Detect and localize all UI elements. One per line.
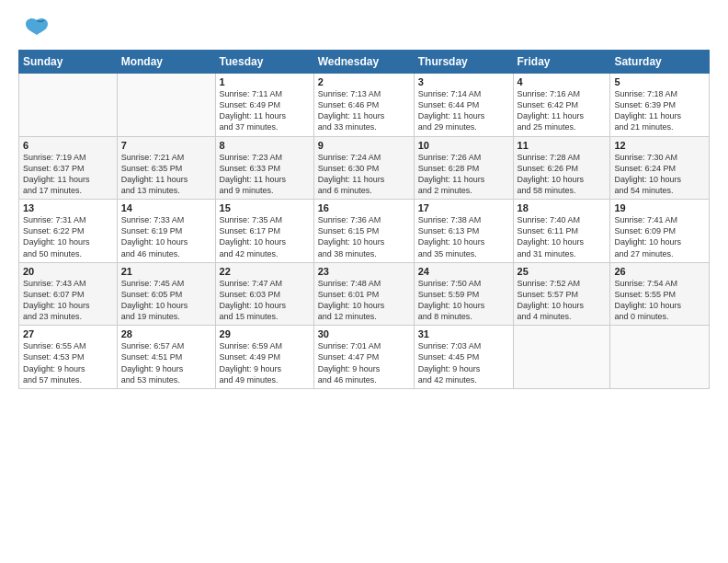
day-number: 4 — [518, 76, 607, 87]
day-detail: Sunrise: 7:40 AM Sunset: 6:11 PM Dayligh… — [518, 214, 607, 259]
day-cell: 9Sunrise: 7:24 AM Sunset: 6:30 PM Daylig… — [313, 136, 414, 200]
day-cell: 16Sunrise: 7:36 AM Sunset: 6:15 PM Dayli… — [313, 200, 414, 263]
day-detail: Sunrise: 7:45 AM Sunset: 6:05 PM Dayligh… — [121, 278, 211, 323]
day-detail: Sunrise: 7:30 AM Sunset: 6:24 PM Dayligh… — [614, 152, 705, 197]
day-number: 28 — [121, 328, 211, 339]
day-detail: Sunrise: 7:26 AM Sunset: 6:28 PM Dayligh… — [418, 152, 509, 197]
day-detail: Sunrise: 7:52 AM Sunset: 5:57 PM Dayligh… — [518, 278, 607, 323]
day-cell: 29Sunrise: 6:59 AM Sunset: 4:49 PM Dayli… — [215, 326, 313, 389]
day-number: 8 — [220, 140, 310, 151]
day-detail: Sunrise: 6:57 AM Sunset: 4:51 PM Dayligh… — [121, 340, 211, 385]
day-detail: Sunrise: 7:41 AM Sunset: 6:09 PM Dayligh… — [614, 214, 705, 259]
page: SundayMondayTuesdayWednesdayThursdayFrid… — [0, 0, 728, 398]
day-cell: 4Sunrise: 7:16 AM Sunset: 6:42 PM Daylig… — [513, 74, 610, 137]
day-detail: Sunrise: 7:19 AM Sunset: 6:37 PM Dayligh… — [23, 152, 113, 197]
day-detail: Sunrise: 7:24 AM Sunset: 6:30 PM Dayligh… — [318, 152, 410, 197]
day-detail: Sunrise: 7:23 AM Sunset: 6:33 PM Dayligh… — [220, 152, 310, 197]
week-row-3: 13Sunrise: 7:31 AM Sunset: 6:22 PM Dayli… — [19, 200, 710, 263]
day-cell: 3Sunrise: 7:14 AM Sunset: 6:44 PM Daylig… — [414, 74, 513, 137]
weekday-header-wednesday: Wednesday — [313, 51, 414, 74]
day-cell: 19Sunrise: 7:41 AM Sunset: 6:09 PM Dayli… — [610, 200, 710, 263]
day-cell: 10Sunrise: 7:26 AM Sunset: 6:28 PM Dayli… — [414, 136, 513, 200]
day-cell: 5Sunrise: 7:18 AM Sunset: 6:39 PM Daylig… — [610, 74, 710, 137]
weekday-header-thursday: Thursday — [414, 51, 513, 74]
header — [18, 15, 710, 44]
weekday-header-saturday: Saturday — [610, 51, 710, 74]
day-cell — [117, 74, 215, 137]
day-detail: Sunrise: 7:48 AM Sunset: 6:01 PM Dayligh… — [318, 278, 410, 323]
day-number: 30 — [318, 328, 410, 339]
week-row-1: 1Sunrise: 7:11 AM Sunset: 6:49 PM Daylig… — [19, 74, 710, 137]
day-cell: 15Sunrise: 7:35 AM Sunset: 6:17 PM Dayli… — [215, 200, 313, 263]
day-cell: 30Sunrise: 7:01 AM Sunset: 4:47 PM Dayli… — [313, 326, 414, 389]
day-number: 12 — [614, 140, 705, 151]
day-number: 25 — [518, 266, 607, 277]
day-cell: 18Sunrise: 7:40 AM Sunset: 6:11 PM Dayli… — [513, 200, 610, 263]
day-detail: Sunrise: 7:36 AM Sunset: 6:15 PM Dayligh… — [318, 214, 410, 259]
weekday-header-row: SundayMondayTuesdayWednesdayThursdayFrid… — [19, 51, 710, 74]
day-number: 11 — [518, 140, 607, 151]
day-cell: 26Sunrise: 7:54 AM Sunset: 5:55 PM Dayli… — [610, 262, 710, 326]
day-detail: Sunrise: 6:55 AM Sunset: 4:53 PM Dayligh… — [23, 340, 113, 385]
day-cell: 1Sunrise: 7:11 AM Sunset: 6:49 PM Daylig… — [215, 74, 313, 137]
day-number: 13 — [23, 202, 113, 213]
day-detail: Sunrise: 7:11 AM Sunset: 6:49 PM Dayligh… — [220, 88, 310, 133]
day-number: 2 — [318, 76, 410, 87]
day-number: 9 — [318, 140, 410, 151]
day-cell: 8Sunrise: 7:23 AM Sunset: 6:33 PM Daylig… — [215, 136, 313, 200]
day-cell: 27Sunrise: 6:55 AM Sunset: 4:53 PM Dayli… — [19, 326, 118, 389]
day-cell — [19, 74, 118, 137]
day-cell — [513, 326, 610, 389]
day-detail: Sunrise: 7:01 AM Sunset: 4:47 PM Dayligh… — [318, 340, 410, 385]
day-detail: Sunrise: 7:14 AM Sunset: 6:44 PM Dayligh… — [418, 88, 509, 133]
logo-bird-icon — [24, 15, 50, 44]
day-detail: Sunrise: 7:35 AM Sunset: 6:17 PM Dayligh… — [220, 214, 310, 259]
day-cell: 12Sunrise: 7:30 AM Sunset: 6:24 PM Dayli… — [610, 136, 710, 200]
day-detail: Sunrise: 7:47 AM Sunset: 6:03 PM Dayligh… — [220, 278, 310, 323]
day-cell: 6Sunrise: 7:19 AM Sunset: 6:37 PM Daylig… — [19, 136, 118, 200]
day-cell: 7Sunrise: 7:21 AM Sunset: 6:35 PM Daylig… — [117, 136, 215, 200]
day-number: 22 — [220, 266, 310, 277]
day-cell: 21Sunrise: 7:45 AM Sunset: 6:05 PM Dayli… — [117, 262, 215, 326]
day-cell: 11Sunrise: 7:28 AM Sunset: 6:26 PM Dayli… — [513, 136, 610, 200]
day-detail: Sunrise: 7:43 AM Sunset: 6:07 PM Dayligh… — [23, 278, 113, 323]
day-number: 31 — [418, 328, 509, 339]
day-number: 27 — [23, 328, 113, 339]
weekday-header-sunday: Sunday — [19, 51, 118, 74]
weekday-header-monday: Monday — [117, 51, 215, 74]
day-detail: Sunrise: 7:31 AM Sunset: 6:22 PM Dayligh… — [23, 214, 113, 259]
day-number: 1 — [220, 76, 310, 87]
day-detail: Sunrise: 6:59 AM Sunset: 4:49 PM Dayligh… — [220, 340, 310, 385]
day-number: 26 — [614, 266, 705, 277]
day-number: 3 — [418, 76, 509, 87]
day-cell: 22Sunrise: 7:47 AM Sunset: 6:03 PM Dayli… — [215, 262, 313, 326]
day-number: 23 — [318, 266, 410, 277]
day-detail: Sunrise: 7:33 AM Sunset: 6:19 PM Dayligh… — [121, 214, 211, 259]
day-cell: 28Sunrise: 6:57 AM Sunset: 4:51 PM Dayli… — [117, 326, 215, 389]
day-cell: 13Sunrise: 7:31 AM Sunset: 6:22 PM Dayli… — [19, 200, 118, 263]
day-detail: Sunrise: 7:50 AM Sunset: 5:59 PM Dayligh… — [418, 278, 509, 323]
day-detail: Sunrise: 7:13 AM Sunset: 6:46 PM Dayligh… — [318, 88, 410, 133]
weekday-header-friday: Friday — [513, 51, 610, 74]
day-detail: Sunrise: 7:21 AM Sunset: 6:35 PM Dayligh… — [121, 152, 211, 197]
week-row-2: 6Sunrise: 7:19 AM Sunset: 6:37 PM Daylig… — [19, 136, 710, 200]
day-number: 10 — [418, 140, 509, 151]
day-number: 16 — [318, 202, 410, 213]
day-number: 7 — [121, 140, 211, 151]
day-cell: 20Sunrise: 7:43 AM Sunset: 6:07 PM Dayli… — [19, 262, 118, 326]
week-row-5: 27Sunrise: 6:55 AM Sunset: 4:53 PM Dayli… — [19, 326, 710, 389]
day-number: 20 — [23, 266, 113, 277]
day-number: 5 — [614, 76, 705, 87]
day-cell: 25Sunrise: 7:52 AM Sunset: 5:57 PM Dayli… — [513, 262, 610, 326]
day-detail: Sunrise: 7:03 AM Sunset: 4:45 PM Dayligh… — [418, 340, 509, 385]
day-cell — [610, 326, 710, 389]
week-row-4: 20Sunrise: 7:43 AM Sunset: 6:07 PM Dayli… — [19, 262, 710, 326]
day-number: 29 — [220, 328, 310, 339]
day-number: 19 — [614, 202, 705, 213]
day-number: 6 — [23, 140, 113, 151]
day-number: 21 — [121, 266, 211, 277]
day-detail: Sunrise: 7:18 AM Sunset: 6:39 PM Dayligh… — [614, 88, 705, 133]
day-cell: 23Sunrise: 7:48 AM Sunset: 6:01 PM Dayli… — [313, 262, 414, 326]
day-detail: Sunrise: 7:16 AM Sunset: 6:42 PM Dayligh… — [518, 88, 607, 133]
day-detail: Sunrise: 7:54 AM Sunset: 5:55 PM Dayligh… — [614, 278, 705, 323]
